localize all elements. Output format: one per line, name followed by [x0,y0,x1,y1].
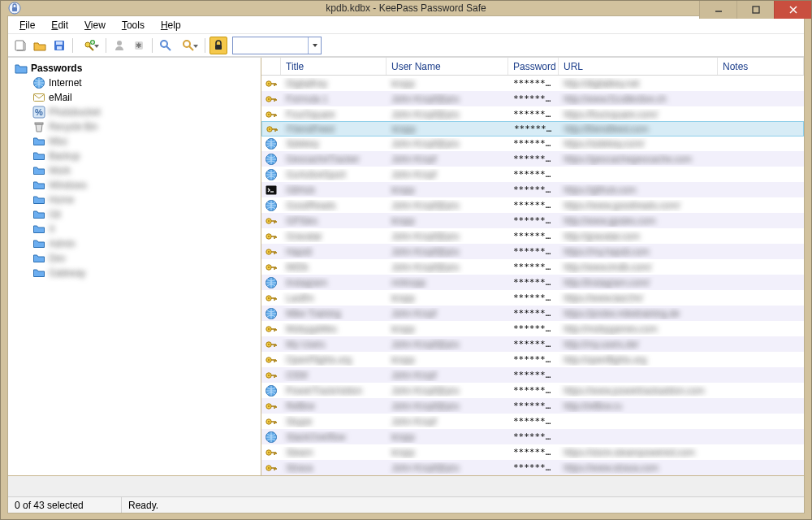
entry-row[interactable]: PowerTrackAddonJohn Kropf@pro********htt… [261,383,804,398]
entry-password: ******** [508,215,559,226]
status-selection: 0 of 43 selected [8,497,122,513]
entry-row[interactable]: SidekeyJohn Kropf@pro********https://sid… [261,136,804,151]
entry-password: ******** [508,184,559,195]
svg-point-14 [184,41,190,47]
svg-point-54 [268,375,270,376]
quick-search-input[interactable] [233,37,308,54]
close-button[interactable] [774,1,811,19]
entry-row[interactable]: GoActiveSportJohn Kropf******** [261,167,804,182]
lock-workspace-button[interactable] [209,37,227,54]
col-notes[interactable]: Notes [718,58,804,75]
entry-password: ******** [508,292,559,303]
entry-row[interactable]: FourSquareJohn Kropf@pro********https://… [261,106,804,122]
statusbar: 0 of 43 selected Ready. [8,496,804,513]
entry-row[interactable]: My UsersJohn Kropf@pro********http://my.… [261,336,804,352]
entry-password: ******** [508,416,559,427]
copy-user-button[interactable] [110,37,128,54]
entry-row[interactable]: SkypeJohn Kropf******** [261,414,804,429]
copy-password-button[interactable]: ✱ [130,37,148,54]
tree-item[interactable]: Git [13,207,261,222]
entry-row[interactable]: GoodReadsJohn Kropf@pro********https://w… [261,197,804,213]
entry-row[interactable]: StravaJohn Kropf@pro********https://www.… [261,460,804,475]
svg-point-24 [268,98,270,100]
tree-item[interactable]: Admin [13,236,261,251]
entry-row[interactable]: OSMJohn Kropf******** [261,367,804,383]
entry-row[interactable]: HapsliJohn Kropf@pro********https://my.h… [261,244,804,259]
entry-row[interactable]: ReflineJohn Kropf@pro********http://refl… [261,398,804,414]
entry-row[interactable]: GeocacheTrackerJohn Kropf********https:/… [261,151,804,167]
tree-item[interactable]: Work [13,163,261,178]
key-icon [261,93,281,106]
tree-item[interactable]: Home [13,193,261,207]
entry-title: GeocacheTracker [281,154,387,165]
entry-row[interactable]: Mike TrainingJohn Kropf********https://p… [261,306,804,321]
entry-url: http://gravatar.com [559,231,718,242]
key-icon [261,245,281,258]
entry-list-header: Title User Name Password URL Notes [261,58,804,76]
globe-icon [32,76,45,89]
quick-search-dropdown[interactable] [308,37,321,54]
entry-url: http://refline.ru [559,401,718,412]
tree-item[interactable]: Internet [13,76,261,90]
tree-item-label: eMail [49,92,72,103]
tree-item-label: Admin [49,238,76,249]
svg-point-48 [268,328,270,330]
entry-list-body[interactable]: DigitalKeykropp********http://digitalkey… [261,76,804,475]
minimize-button[interactable] [699,1,736,19]
col-username[interactable]: User Name [387,58,508,75]
mail-icon [32,91,45,104]
tree-item[interactable]: Recycle Bin [13,119,261,134]
tree-item[interactable]: Windows [13,178,261,193]
add-entry-button[interactable] [77,37,102,54]
entry-row[interactable]: StackOverflowkropp******** [261,429,804,444]
entry-url: https://probe.miketraining.de [559,308,718,319]
key-icon [261,446,281,459]
menu-view[interactable]: View [76,18,114,32]
entry-row[interactable]: OpenFlights.orgkropp********http://openf… [261,352,804,367]
menu-file[interactable]: File [11,18,43,32]
tree-item[interactable]: Dev [13,251,261,266]
entry-username: John Kropf@pro [387,138,508,150]
entry-url: https://www.goodreads.com/ [559,200,718,211]
entry-row[interactable]: Instagrammrkropp********http://instagram… [261,275,804,290]
entry-row[interactable]: GitHubkropp********https://github.com [261,182,804,197]
tree-item[interactable]: Backup [13,149,261,163]
entry-row[interactable]: Formula 1John Kropf@pro********http://ww… [261,91,804,106]
entry-title: Formula 1 [281,93,387,105]
folder-icon [32,150,45,162]
group-tree[interactable]: Passwords InterneteMail%PhotobucketRecyc… [8,58,261,475]
menu-tools[interactable]: Tools [114,18,153,32]
tree-item[interactable]: eMail [13,90,261,105]
col-password[interactable]: Password [508,58,559,75]
find-button[interactable] [157,37,175,54]
tree-item[interactable]: Gateway [13,266,261,280]
entry-row[interactable]: DigitalKeykropp********http://digitalkey… [261,76,804,91]
entry-row[interactable]: IMDbJohn Kropf@pro********http://www.imd… [261,259,804,275]
save-db-button[interactable] [50,37,68,54]
col-url[interactable]: URL [559,58,718,75]
entry-username: kropp [387,431,508,443]
tree-root[interactable]: Passwords [13,61,261,76]
entry-row[interactable]: Steamkropp********https://store.steampow… [261,444,804,460]
menu-help[interactable]: Help [153,18,189,32]
tree-item[interactable]: %Photobucket [13,105,261,119]
new-db-button[interactable] [11,37,29,54]
col-title[interactable]: Title [281,58,387,75]
menu-edit[interactable]: Edit [43,18,76,32]
entry-title: GoActiveSport [281,169,387,180]
tree-item[interactable]: Misc [13,134,261,149]
entry-row[interactable]: Lastfmkropp********https://www.last.fm/ [261,290,804,306]
maximize-button[interactable] [736,1,774,19]
entry-password: ******** [508,138,559,149]
entry-url: https://sidekey.com/ [559,138,718,150]
entry-row[interactable]: MobygaMeskropp********http://mobygames.c… [261,321,804,336]
entry-row[interactable]: FriendFeedkropp********http://friendfeed… [261,121,804,136]
tree-item[interactable]: X [13,222,261,236]
open-db-button[interactable] [31,37,49,54]
entry-row[interactable]: GPSieskropp********http://www.gpsies.com [261,213,804,228]
folder-open-icon [15,62,28,75]
entry-row[interactable]: GravatarJohn Kropf@pro********http://gra… [261,228,804,244]
toolbar: ✱ [8,34,804,57]
tree-item-label: Git [49,209,60,220]
find-options-button[interactable] [176,37,201,54]
